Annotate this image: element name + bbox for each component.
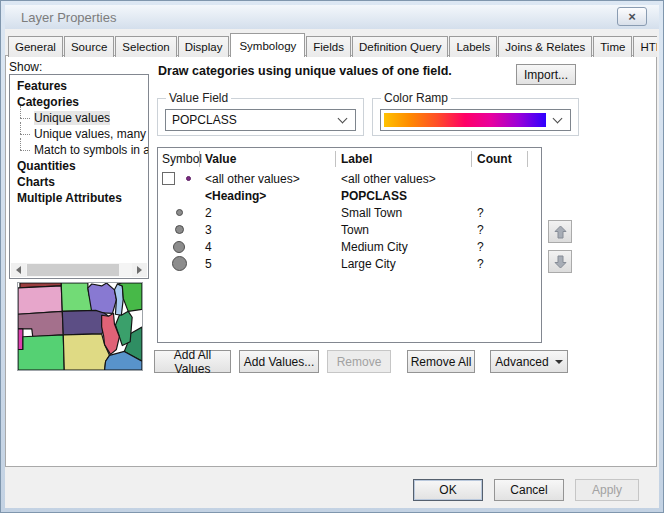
scroll-right-button[interactable] <box>132 263 147 277</box>
all-other-values-symbol[interactable] <box>186 176 191 181</box>
add-all-values-button[interactable]: Add All Values <box>154 350 231 373</box>
show-item-match-to-symbols[interactable]: Match to symbols in a <box>10 142 148 158</box>
close-icon: × <box>628 10 636 23</box>
arrow-up-icon <box>554 225 567 239</box>
column-header-symbol: Symbol <box>158 151 200 167</box>
color-ramp-group: Color Ramp <box>372 98 579 136</box>
color-ramp-combo[interactable] <box>380 109 571 131</box>
show-item-features[interactable]: Features <box>10 78 148 94</box>
value-field-combo[interactable]: POPCLASS <box>165 109 356 131</box>
chevron-down-icon <box>338 114 348 124</box>
apply-button: Apply <box>575 479 639 501</box>
table-row[interactable]: 2 Small Town ? <box>158 204 541 221</box>
show-label: Show: <box>9 60 42 74</box>
value-symbol[interactable] <box>176 209 183 216</box>
value-field-selected: POPCLASS <box>166 113 339 127</box>
values-table: Symbol Value Label Count <all other valu… <box>157 147 542 343</box>
column-header-count: Count <box>472 151 528 167</box>
map-region <box>18 329 23 350</box>
color-ramp-label: Color Ramp <box>381 91 451 105</box>
remove-button: Remove <box>327 350 391 373</box>
map-region <box>88 283 117 313</box>
table-row[interactable]: 5 Large City ? <box>158 255 541 272</box>
value-field-group: Value Field POPCLASS <box>157 98 364 136</box>
map-region <box>18 335 64 370</box>
column-header-value: Value <box>200 151 336 167</box>
cancel-button[interactable]: Cancel <box>494 479 564 501</box>
import-button[interactable]: Import... <box>516 64 576 85</box>
show-tree: Features Categories Unique values Unique… <box>9 74 149 279</box>
value-symbol[interactable] <box>175 225 184 234</box>
table-row[interactable]: <all other values> <all other values> <box>158 170 541 187</box>
tab-time[interactable]: Time <box>593 36 632 57</box>
table-row-heading[interactable]: <Heading> POPCLASS <box>158 187 541 204</box>
map-region <box>63 334 109 370</box>
tab-definition-query[interactable]: Definition Query <box>352 36 448 57</box>
table-row[interactable]: 3 Town ? <box>158 221 541 238</box>
show-item-multiple-attributes[interactable]: Multiple Attributes <box>10 190 148 206</box>
window-title: Layer Properties <box>5 10 116 25</box>
tab-symbology[interactable]: Symbology <box>230 33 305 57</box>
move-up-button[interactable] <box>548 220 572 243</box>
show-item-quantities[interactable]: Quantities <box>10 158 148 174</box>
tab-joins-relates[interactable]: Joins & Relates <box>498 36 592 57</box>
tab-labels[interactable]: Labels <box>449 36 497 57</box>
column-header-label: Label <box>336 151 472 167</box>
ok-button[interactable]: OK <box>413 479 483 501</box>
tab-strip: General Source Selection Display Symbolo… <box>8 33 657 57</box>
arrow-down-icon <box>554 255 567 269</box>
show-item-categories[interactable]: Categories <box>10 94 148 110</box>
map-region <box>18 311 63 336</box>
move-down-button[interactable] <box>548 250 572 273</box>
scroll-left-icon <box>16 266 21 274</box>
advanced-button[interactable]: Advanced <box>490 350 568 373</box>
tab-display[interactable]: Display <box>178 36 230 57</box>
scrollbar-thumb[interactable] <box>27 264 119 276</box>
all-other-values-checkbox[interactable] <box>162 172 175 185</box>
add-values-button[interactable]: Add Values... <box>239 350 319 373</box>
show-item-unique-values[interactable]: Unique values <box>10 110 148 126</box>
titlebar: Layer Properties <box>5 5 659 29</box>
remove-all-button[interactable]: Remove All <box>407 350 475 373</box>
table-row[interactable]: 4 Medium City ? <box>158 238 541 255</box>
table-header: Symbol Value Label Count <box>158 148 541 170</box>
tab-selection[interactable]: Selection <box>115 36 176 57</box>
close-button[interactable]: × <box>617 7 647 26</box>
value-field-label: Value Field <box>166 91 231 105</box>
value-symbol[interactable] <box>173 241 185 253</box>
scroll-right-icon <box>137 266 142 274</box>
show-item-charts[interactable]: Charts <box>10 174 148 190</box>
tab-general[interactable]: General <box>8 36 63 57</box>
value-symbol[interactable] <box>172 256 187 271</box>
symbology-tab-page: Show: Features Categories Unique values … <box>5 55 657 467</box>
layer-properties-dialog: Layer Properties × General Source Select… <box>0 0 664 513</box>
dialog-body: Layer Properties × General Source Select… <box>5 5 659 508</box>
tree-h-scrollbar[interactable] <box>11 263 147 277</box>
scroll-left-button[interactable] <box>11 263 26 277</box>
map-thumbnail-svg <box>18 283 142 370</box>
map-region <box>18 286 62 314</box>
tab-html-popup[interactable]: HTML Popup <box>633 36 657 57</box>
method-description: Draw categories using unique values of o… <box>158 64 452 78</box>
tab-fields[interactable]: Fields <box>306 36 351 57</box>
dropdown-caret-icon <box>555 360 563 364</box>
layer-preview-map <box>17 282 143 371</box>
chevron-down-icon <box>553 114 563 124</box>
color-ramp-swatch <box>384 113 546 127</box>
tab-source[interactable]: Source <box>64 36 114 57</box>
show-item-unique-values-many[interactable]: Unique values, many <box>10 126 148 142</box>
